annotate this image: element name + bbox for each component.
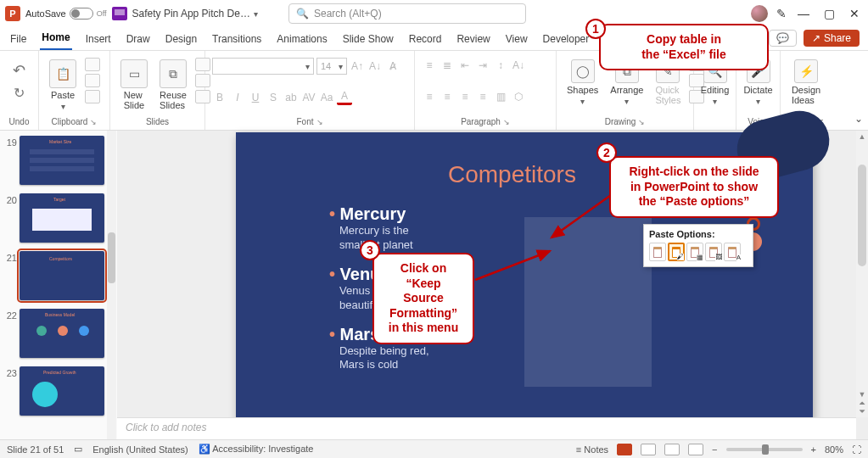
align-right-icon[interactable]: ≡ (457, 89, 473, 104)
tab-design[interactable]: Design (164, 30, 199, 50)
collapse-ribbon-icon[interactable]: ⌄ (854, 113, 863, 125)
thumbnail-20[interactable]: 20 Target (3, 193, 114, 243)
dialog-launcher-icon[interactable]: ↘ (503, 118, 510, 126)
tab-review[interactable]: Review (455, 30, 491, 50)
dialog-launcher-icon[interactable]: ↘ (316, 118, 323, 126)
tab-record[interactable]: Record (407, 30, 444, 50)
scroll-up-icon[interactable]: ▲ (856, 132, 868, 141)
align-left-icon[interactable]: ≡ (422, 89, 437, 104)
editor-scrollbar[interactable]: ▲ ▼ ⏶ ⏷ (856, 131, 868, 417)
slide-counter[interactable]: Slide 21 of 51 (7, 444, 64, 455)
reuse-slides-button[interactable]: ⧉Reuse Slides (156, 58, 190, 112)
autosave-toggle[interactable]: AutoSave Off (25, 8, 107, 20)
zoom-in-button[interactable]: + (811, 444, 816, 455)
paste-embed[interactable]: ▦ (686, 243, 703, 261)
thumbnail-22[interactable]: 22 Business Model (3, 309, 114, 358)
font-color-button[interactable]: A (337, 90, 352, 105)
maximize-button[interactable]: ▢ (820, 7, 837, 20)
change-case-button[interactable]: Aa (319, 90, 334, 105)
copy-icon[interactable] (85, 74, 100, 87)
decrease-font-icon[interactable]: A↓ (367, 59, 383, 74)
justify-icon[interactable]: ≡ (475, 89, 490, 104)
italic-button[interactable]: I (230, 90, 245, 105)
tab-insert[interactable]: Insert (84, 30, 113, 50)
save-icon[interactable] (112, 7, 127, 20)
line-spacing-icon[interactable]: ↕ (493, 58, 508, 73)
smartart-icon[interactable]: ⬡ (511, 89, 526, 104)
paste-keep-source-formatting[interactable]: 🖌 (668, 243, 685, 261)
user-avatar[interactable] (751, 5, 768, 22)
font-size-select[interactable]: 14▾ (316, 58, 347, 75)
normal-view-icon[interactable] (617, 444, 632, 455)
undo-icon[interactable]: ↶ (13, 61, 25, 80)
align-center-icon[interactable]: ≡ (440, 89, 455, 104)
underline-button[interactable]: U (248, 90, 263, 105)
design-ideas-button[interactable]: ⚡Design Ideas (788, 58, 824, 107)
strike-button[interactable]: S (266, 90, 281, 105)
dialog-launcher-icon[interactable]: ↘ (638, 118, 645, 126)
bold-button[interactable]: B (212, 90, 227, 105)
tab-transitions[interactable]: Transitions (210, 30, 263, 50)
tab-developer[interactable]: Developer (541, 30, 591, 50)
format-painter-icon[interactable] (85, 90, 100, 103)
tab-view[interactable]: View (504, 30, 529, 50)
thumbnail-19[interactable]: 19 Market Size (3, 136, 114, 185)
sorter-view-icon[interactable] (641, 444, 656, 455)
zoom-slider[interactable] (726, 448, 803, 451)
increase-font-icon[interactable]: A↑ (350, 59, 365, 74)
slideshow-view-icon[interactable] (688, 444, 703, 455)
toggle-switch-icon[interactable] (70, 8, 93, 20)
tab-animations[interactable]: Animations (275, 30, 328, 50)
new-slide-button[interactable]: ▭New Slide (117, 58, 151, 112)
scrollbar-handle[interactable] (108, 232, 115, 283)
notes-pane[interactable]: Click to add notes (117, 417, 856, 439)
draw-mode-icon[interactable]: ✎ (776, 7, 787, 20)
search-input[interactable]: 🔍 Search (Alt+Q) (288, 3, 526, 24)
char-spacing-button[interactable]: AV (301, 90, 316, 105)
redo-icon[interactable]: ↻ (14, 85, 25, 101)
paste-use-destination-theme[interactable] (649, 243, 666, 261)
close-button[interactable]: ✕ (846, 7, 863, 20)
notes-toggle[interactable]: ≡ Notes (576, 444, 608, 455)
next-slide-icon[interactable]: ⏷ (856, 407, 868, 416)
share-button[interactable]: ↗Share (804, 30, 860, 47)
thumbnail-23[interactable]: 23 Predicted Growth (3, 366, 114, 416)
fit-to-window-icon[interactable]: ⛶ (852, 444, 861, 455)
thumbnails-scrollbar[interactable] (107, 131, 116, 439)
bullets-icon[interactable]: ≡ (422, 58, 437, 73)
accessibility-button[interactable]: ♿ Accessibility: Investigate (199, 444, 314, 455)
content-placeholder[interactable] (524, 217, 652, 387)
numbering-icon[interactable]: ≣ (440, 58, 455, 73)
prev-slide-icon[interactable]: ⏶ (856, 399, 868, 407)
shadow-button[interactable]: ab (283, 90, 299, 105)
zoom-level[interactable]: 80% (825, 444, 843, 455)
tab-home[interactable]: Home (40, 28, 71, 50)
scrollbar-handle[interactable] (858, 165, 866, 266)
cut-icon[interactable] (85, 58, 100, 71)
reading-view-icon[interactable] (664, 444, 680, 455)
tab-draw[interactable]: Draw (125, 30, 152, 50)
clear-format-icon[interactable]: A̷ (385, 59, 400, 74)
tab-slideshow[interactable]: Slide Show (341, 30, 395, 50)
document-title[interactable]: Safety Pin App Pitch De… ▾ (132, 8, 258, 20)
minimize-button[interactable]: — (795, 7, 812, 20)
font-family-select[interactable]: ▾ (212, 58, 314, 75)
tab-file[interactable]: File (8, 30, 28, 50)
dialog-launcher-icon[interactable]: ↘ (90, 118, 97, 126)
spellcheck-icon[interactable]: ▭ (74, 444, 82, 455)
zoom-out-button[interactable]: − (712, 444, 717, 455)
paste-keep-text-only[interactable]: A (724, 243, 741, 261)
paste-picture[interactable]: 🖼 (705, 243, 722, 261)
thumbnail-21[interactable]: 21 Competitors (3, 251, 114, 300)
scroll-down-icon[interactable]: ▼ (856, 390, 868, 399)
shapes-button[interactable]: ◯Shapes▾ (563, 58, 602, 108)
slide-title[interactable]: Competitors (448, 161, 576, 188)
paste-button[interactable]: 📋 Paste ▾ (46, 58, 80, 113)
comments-button[interactable]: 💬 (769, 30, 797, 47)
group-label-slides: Slides (117, 117, 198, 128)
indent-increase-icon[interactable]: ⇥ (475, 58, 490, 73)
columns-icon[interactable]: ▥ (493, 89, 508, 104)
indent-decrease-icon[interactable]: ⇤ (457, 58, 473, 73)
language-button[interactable]: English (United States) (92, 444, 188, 455)
text-direction-icon[interactable]: A↓ (511, 58, 526, 73)
